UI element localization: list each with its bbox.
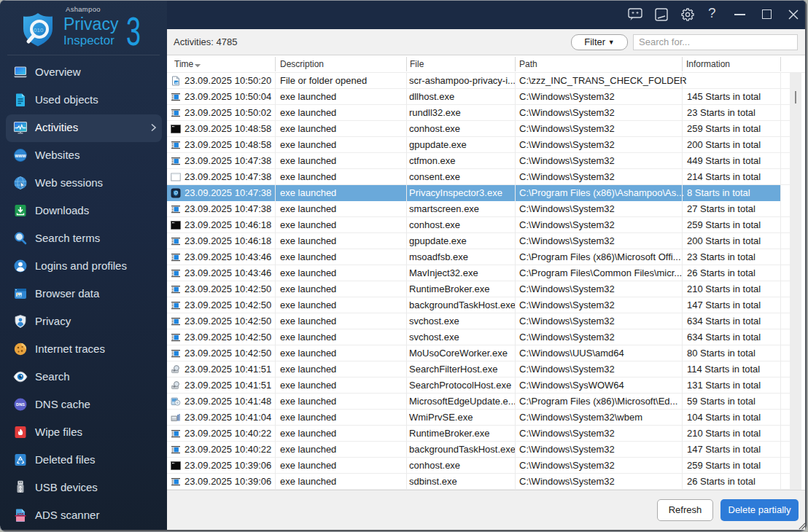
svg-text:010: 010 (34, 27, 44, 34)
svg-text:DNS: DNS (16, 402, 25, 407)
svg-text:www: www (15, 152, 26, 157)
svg-text:ADS: ADS (17, 513, 24, 517)
